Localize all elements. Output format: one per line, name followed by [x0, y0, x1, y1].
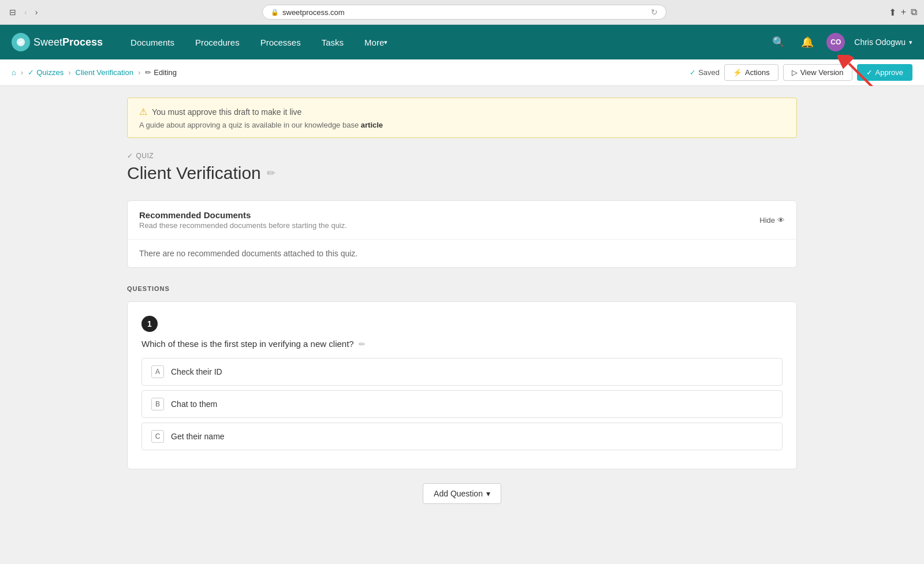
answer-option-c[interactable]: C Get their name [141, 423, 783, 450]
breadcrumb-bar: ⌂ › ✓ Quizzes › Client Verification › ✏ … [0, 59, 924, 86]
dropdown-arrow-icon: ▾ [486, 489, 490, 498]
nav-item-tasks[interactable]: Tasks [311, 25, 354, 59]
nav-item-procedures[interactable]: Procedures [185, 25, 250, 59]
rec-docs-header: Recommended Documents Read these recomme… [128, 201, 796, 240]
recommended-docs-card: Recommended Documents Read these recomme… [127, 200, 797, 268]
breadcrumb-quiz-name[interactable]: Client Verification [76, 68, 133, 77]
answer-option-a[interactable]: A Check their ID [141, 358, 783, 386]
address-bar[interactable]: 🔒 sweetprocess.com ↻ [262, 5, 666, 20]
sidebar-toggle-btn[interactable]: ⊟ [7, 6, 18, 18]
saved-badge: ✓ Saved [690, 68, 720, 77]
search-btn[interactable]: 🔍 [769, 32, 788, 52]
warning-icon: ⚠ [139, 106, 147, 117]
answer-option-b[interactable]: B Chat to them [141, 390, 783, 418]
reload-icon[interactable]: ↻ [651, 8, 658, 17]
option-letter-c: C [151, 430, 164, 443]
approve-button[interactable]: ✓ Approve [857, 64, 912, 81]
logo[interactable]: SweetProcess [12, 33, 103, 51]
option-letter-b: B [151, 398, 164, 410]
option-text-b: Chat to them [171, 399, 217, 409]
lightning-icon: ⚡ [733, 68, 742, 77]
option-text-a: Check their ID [171, 367, 222, 376]
user-avatar: CO [826, 33, 845, 51]
add-question-section: Add Question ▾ [127, 483, 797, 504]
breadcrumb-sep-3: › [138, 68, 140, 77]
quiz-edit-icon[interactable]: ✏ [267, 167, 275, 180]
rec-docs-body: There are no recommended documents attac… [128, 240, 796, 267]
browser-controls: ⊟ ‹ › [7, 6, 40, 18]
url-text: sweetprocess.com [282, 8, 345, 17]
option-text-c: Get their name [171, 432, 225, 441]
logo-text: SweetProcess [33, 36, 103, 48]
lock-icon: 🔒 [271, 9, 279, 16]
rec-docs-title: Recommended Documents [139, 210, 347, 220]
view-version-button[interactable]: ▷ View Version [783, 64, 852, 81]
user-name-display[interactable]: Chris Odogwu ▾ [854, 38, 912, 47]
notifications-btn[interactable]: 🔔 [798, 32, 817, 52]
breadcrumb-home[interactable]: ⌂ [12, 68, 16, 77]
new-tab-icon[interactable]: + [901, 7, 906, 17]
question-text-1: Which of these is the first step in veri… [141, 339, 783, 349]
nav-right: 🔍 🔔 CO Chris Odogwu ▾ [769, 32, 912, 52]
option-letter-a: A [151, 365, 164, 378]
nav-item-processes[interactable]: Processes [250, 25, 311, 59]
share-icon[interactable]: ⬆ [889, 7, 896, 18]
quiz-label: ✓ QUIZ [127, 152, 797, 160]
questions-section: QUESTIONS 1 Which of these is the first … [127, 285, 797, 469]
check-quiz-icon: ✓ [127, 152, 133, 160]
top-nav: SweetProcess Documents Procedures Proces… [0, 25, 924, 59]
alert-body: A guide about approving a quiz is availa… [139, 121, 785, 129]
question-card-1: 1 Which of these is the first step in ve… [127, 301, 797, 469]
alert-title: ⚠ You must approve this draft to make it… [139, 106, 785, 117]
quiz-section: ✓ QUIZ Client Verification ✏ [127, 152, 797, 183]
add-question-button[interactable]: Add Question ▾ [423, 483, 501, 504]
main-content: ⚠ You must approve this draft to make it… [0, 86, 924, 564]
rec-docs-header-info: Recommended Documents Read these recomme… [139, 210, 347, 230]
questions-label: QUESTIONS [127, 285, 797, 292]
forward-btn[interactable]: › [33, 6, 40, 18]
browser-actions: ⬆ + ⧉ [889, 7, 917, 18]
nav-item-documents[interactable]: Documents [120, 25, 185, 59]
nav-item-more[interactable]: More ▾ [354, 25, 398, 59]
breadcrumb-sep-2: › [68, 68, 70, 77]
browser-chrome: ⊟ ‹ › 🔒 sweetprocess.com ↻ ⬆ + ⧉ [0, 0, 924, 25]
check-icon: ✓ [866, 68, 873, 77]
play-icon: ▷ [792, 68, 798, 77]
hide-icon: 👁 [777, 216, 785, 225]
breadcrumb-editing: ✏ Editing [145, 68, 177, 77]
tabs-icon[interactable]: ⧉ [911, 7, 917, 17]
question-edit-icon[interactable]: ✏ [359, 339, 366, 349]
back-btn[interactable]: ‹ [22, 6, 29, 18]
breadcrumb-sep-1: › [21, 68, 23, 77]
actions-button[interactable]: ⚡ Actions [724, 64, 778, 81]
breadcrumb-quizzes[interactable]: ✓ Quizzes [28, 68, 64, 77]
article-link[interactable]: article [361, 121, 383, 129]
alert-banner: ⚠ You must approve this draft to make it… [127, 98, 797, 138]
hide-button[interactable]: Hide 👁 [759, 216, 785, 225]
logo-icon [12, 33, 30, 51]
quiz-title: Client Verification ✏ [127, 163, 797, 183]
nav-items: Documents Procedures Processes Tasks Mor… [120, 25, 769, 59]
rec-docs-subtitle: Read these recommended documents before … [139, 221, 347, 230]
breadcrumb-actions: ✓ Saved ⚡ Actions ▷ View Version ✓ Appro… [690, 64, 912, 81]
question-number-1: 1 [141, 316, 158, 332]
